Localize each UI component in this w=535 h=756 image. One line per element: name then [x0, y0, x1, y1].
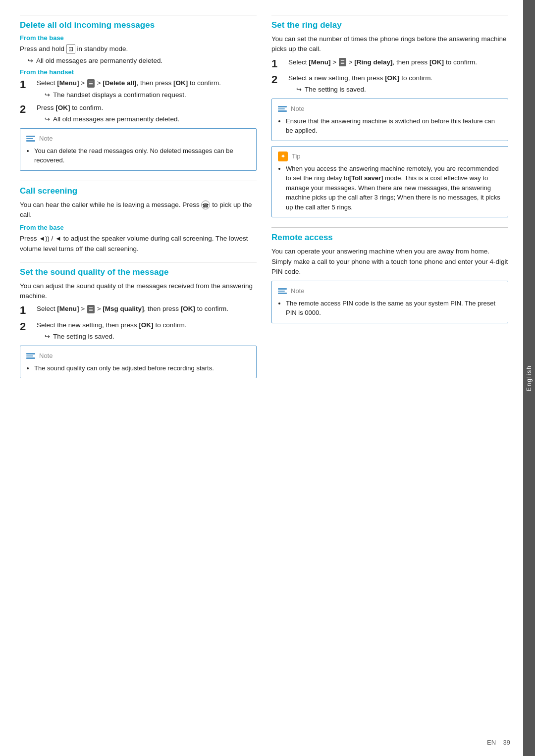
sound-quality-title: Set the sound quality of the message: [20, 262, 257, 277]
note-lines-icon-1: [26, 136, 35, 142]
delete-note-box: Note You can delete the read messages on…: [20, 128, 257, 171]
sound-quality-note-box: Note The sound quality can only be adjus…: [20, 346, 257, 378]
from-base-arrow-1: All old messages are permanently deleted…: [28, 57, 257, 64]
star-icon: ✦: [278, 151, 288, 161]
from-handset-label-1: From the handset: [20, 68, 257, 76]
language-label: English: [526, 365, 533, 391]
note-label-1: Note: [39, 134, 53, 144]
section-delete-title: Delete all old incoming messages: [20, 15, 257, 30]
ring-delay-step-2-arrow: The setting is saved.: [296, 85, 508, 95]
call-screening-title: Call screening: [20, 181, 257, 196]
remote-access-intro: You can operate your answering machine w…: [271, 247, 508, 277]
ring-delay-step-2: 2 Select a new setting, then press [OK] …: [271, 73, 508, 95]
delete-step-2: 2 Press [OK] to confirm. All old message…: [20, 103, 257, 125]
section-call-screening: Call screening You can hear the caller w…: [20, 181, 257, 257]
footer-page: 39: [503, 739, 510, 746]
sound-quality-note-text: The sound quality can only be adjusted b…: [34, 363, 250, 373]
from-base-label-1: From the base: [20, 34, 257, 42]
note-label-3: Note: [39, 351, 53, 361]
section-sound-quality: Set the sound quality of the message You…: [20, 262, 257, 383]
ring-delay-note-text: Ensure that the answering machine is swi…: [286, 116, 502, 136]
from-base-text-1: Press and hold ⊡ in standby mode.: [20, 44, 257, 54]
call-screening-base-text: Press ◄)) / ◄ to adjust the speaker volu…: [20, 234, 257, 254]
from-base-label-2: From the base: [20, 224, 257, 231]
remote-access-note-box: Note The remote access PIN code is the s…: [271, 281, 508, 323]
delete-step-2-arrow: All old messages are permanently deleted…: [45, 114, 257, 124]
sound-quality-note-header: Note: [26, 351, 250, 361]
note-lines-icon-4: [278, 288, 287, 294]
ring-delay-intro: You can set the number of times the phon…: [271, 34, 508, 54]
right-column: Set the ring delay You can set the numbe…: [271, 15, 508, 741]
ring-delay-tip-header: ✦ Tip: [278, 151, 502, 161]
ring-delay-step-1: 1 Select [Menu] > ☰ > [Ring delay], then…: [271, 57, 508, 70]
note-lines-icon-3: [26, 353, 35, 359]
section-ring-delay: Set the ring delay You can set the numbe…: [271, 15, 508, 222]
ring-delay-note-box: Note Ensure that the answering machine i…: [271, 99, 508, 141]
page-footer: EN 39: [487, 739, 510, 746]
tip-label: Tip: [292, 151, 301, 161]
ring-delay-tip-box: ✦ Tip When you access the answering mach…: [271, 146, 508, 218]
delete-note-header: Note: [26, 134, 250, 144]
delete-step-1-arrow: The handset displays a confirmation requ…: [45, 90, 257, 100]
sound-quality-steps-list: 1 Select [Menu] > ☰ > [Msg quality], the…: [20, 304, 257, 342]
section-delete-messages: Delete all old incoming messages From th…: [20, 15, 257, 176]
sound-quality-step-1: 1 Select [Menu] > ☰ > [Msg quality], the…: [20, 304, 257, 317]
remote-access-title: Remote access: [271, 227, 508, 243]
ring-delay-title: Set the ring delay: [271, 15, 508, 30]
ring-delay-note-header: Note: [278, 104, 502, 114]
delete-step-1: 1 Select [Menu] > ☰ > [Delete all], then…: [20, 78, 257, 100]
delete-note-text: You can delete the read messages only. N…: [34, 146, 250, 165]
sound-quality-intro: You can adjust the sound quality of the …: [20, 281, 257, 302]
call-screening-intro: You can hear the caller while he is leav…: [20, 200, 257, 220]
remote-access-note-text: The remote access PIN code is the same a…: [286, 299, 502, 318]
ring-delay-steps-list: 1 Select [Menu] > ☰ > [Ring delay], then…: [271, 57, 508, 95]
left-column: Delete all old incoming messages From th…: [20, 15, 257, 741]
ring-delay-tip-text: When you access the answering machine re…: [286, 164, 502, 212]
note-label-2: Note: [291, 104, 304, 114]
note-lines-icon-2: [278, 106, 287, 112]
note-label-4: Note: [291, 286, 304, 296]
sound-quality-step-2: 2 Select the new setting, then press [OK…: [20, 320, 257, 342]
footer-lang: EN: [487, 739, 496, 746]
remote-access-note-header: Note: [278, 286, 502, 296]
sound-quality-step-2-arrow: The setting is saved.: [45, 332, 257, 342]
section-remote-access: Remote access You can operate your answe…: [271, 227, 508, 328]
language-sidebar: English: [523, 0, 535, 756]
delete-steps-list: 1 Select [Menu] > ☰ > [Delete all], then…: [20, 78, 257, 124]
